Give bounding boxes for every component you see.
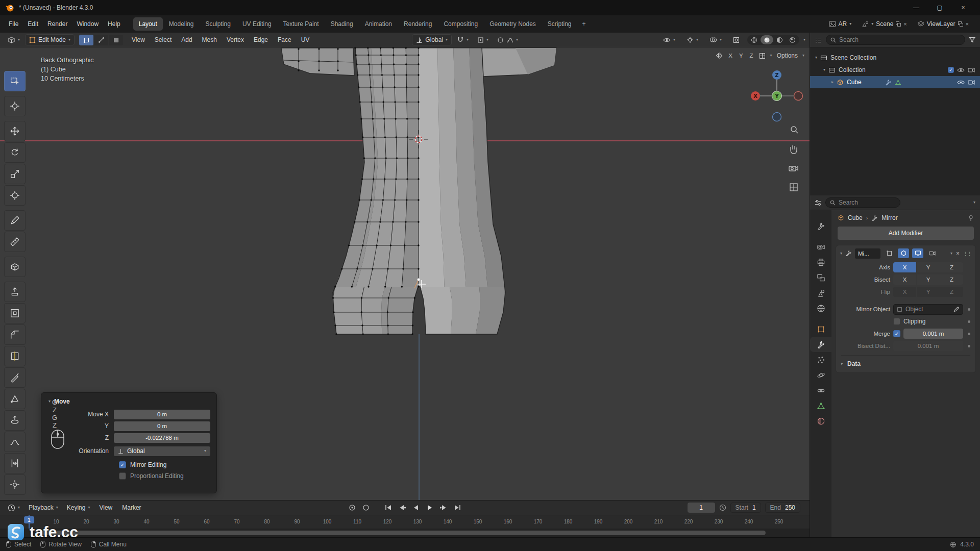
mirror-editing-checkbox[interactable]: ✓ (119, 461, 126, 468)
tool-smooth[interactable] (4, 432, 26, 452)
merge-checkbox[interactable]: ✓ (893, 330, 900, 337)
tool-mirror-x-toggle[interactable]: X (727, 53, 733, 59)
bisect-distance-field[interactable]: 0.001 m (893, 341, 963, 351)
scene-browser-value[interactable]: AR (839, 20, 847, 28)
timeline-editor-type-button[interactable]: ▾ (4, 503, 23, 513)
outliner-row-scene-collection[interactable]: ▾ Scene Collection (810, 52, 980, 64)
tool-knife[interactable] (4, 367, 26, 388)
menu-select[interactable]: Select (151, 34, 176, 45)
menu-timeline-view[interactable]: View (95, 502, 116, 513)
add-workspace-button[interactable]: + (578, 18, 591, 30)
menu-vertex[interactable]: Vertex (223, 34, 248, 45)
tool-extrude-region[interactable] (4, 282, 26, 302)
move-x-field[interactable]: 0 m (114, 410, 210, 419)
face-select-button[interactable] (109, 35, 123, 45)
tool-spin[interactable] (4, 410, 26, 431)
tool-cursor[interactable] (4, 96, 26, 116)
chevron-down-icon[interactable]: ▾ (973, 201, 975, 205)
jump-to-end-button[interactable] (452, 503, 462, 513)
timeline-scrollbar[interactable] (0, 529, 810, 537)
tab-sculpting[interactable]: Sculpting (200, 17, 236, 31)
move-y-field[interactable]: 0 m (114, 421, 210, 431)
show-gizmo-dropdown[interactable]: ▾ (683, 35, 702, 45)
jump-to-start-button[interactable] (383, 503, 394, 513)
merge-value-field[interactable]: 0.001 m (903, 329, 963, 339)
chevron-down-icon[interactable]: ▾ (871, 22, 873, 26)
play-reverse-button[interactable] (411, 503, 421, 513)
tool-select-box[interactable] (4, 71, 26, 91)
new-scene-icon[interactable] (896, 21, 901, 27)
properties-tab-modifiers[interactable] (810, 337, 831, 352)
properties-tab-output[interactable] (810, 255, 831, 270)
tab-animation[interactable]: Animation (359, 17, 398, 31)
viewport-3d[interactable]: XZY Back Orthographic (1) Cube 10 Centim… (0, 47, 810, 500)
display-on-cage-toggle[interactable] (884, 248, 895, 258)
bisect-x-button[interactable]: X (893, 274, 916, 285)
shading-wireframe-button[interactable] (748, 35, 761, 44)
chevron-down-icon[interactable]: ▾ (802, 54, 804, 58)
properties-tab-data[interactable] (810, 398, 831, 413)
tool-mirror-y-toggle[interactable]: Y (738, 53, 744, 59)
unlink-scene-icon[interactable]: × (903, 21, 906, 27)
tab-texture-paint[interactable]: Texture Paint (278, 17, 325, 31)
display-realtime-toggle[interactable] (912, 248, 923, 258)
close-button[interactable]: × (951, 0, 975, 15)
properties-tab-object[interactable] (810, 321, 831, 337)
outliner-search-input[interactable]: Search (826, 35, 965, 45)
hide-eye-icon[interactable] (957, 80, 965, 85)
collapse-icon[interactable]: ▾ (48, 399, 51, 404)
new-viewlayer-icon[interactable] (958, 21, 963, 27)
menu-window[interactable]: Window (72, 18, 103, 30)
operator-panel[interactable]: ▾Move Move X 0 m Y 0 m Z -0.022788 m Ori… (41, 392, 217, 493)
clipping-checkbox[interactable] (893, 318, 900, 325)
scene-name[interactable]: Scene (876, 20, 893, 28)
tab-scripting[interactable]: Scripting (542, 17, 577, 31)
bisect-z-button[interactable]: Z (940, 274, 963, 285)
proportional-editing-button[interactable]: ▾ (494, 35, 522, 45)
chevron-down-icon[interactable]: ▾ (770, 54, 772, 58)
expand-icon[interactable]: ▾ (815, 56, 817, 60)
properties-tab-scene[interactable] (810, 285, 831, 300)
remove-viewlayer-icon[interactable]: × (966, 21, 969, 27)
modifier-extras-dropdown[interactable]: ▾ (950, 252, 952, 256)
chevron-down-icon[interactable]: ▾ (467, 38, 469, 42)
move-z-field[interactable]: -0.022788 m (114, 433, 210, 443)
orientation-select[interactable]: Global▾ (114, 446, 210, 456)
bisect-y-button[interactable]: Y (917, 274, 940, 285)
tool-transform[interactable] (4, 185, 26, 206)
menu-file[interactable]: File (4, 18, 23, 30)
outliner-row-collection[interactable]: ▾ Collection ✓ (810, 64, 980, 76)
tool-add-cube[interactable] (4, 257, 26, 277)
tool-measure[interactable] (4, 232, 26, 252)
start-frame-field[interactable]: Start1 (730, 503, 761, 513)
breadcrumb-modifier[interactable]: Mirror (881, 214, 897, 221)
drag-handle-icon[interactable]: ⋮⋮ (963, 251, 971, 256)
end-frame-field[interactable]: End250 (765, 503, 800, 513)
prev-keyframe-button[interactable] (397, 503, 407, 513)
vertex-select-button[interactable] (79, 35, 93, 45)
tab-geometry-nodes[interactable]: Geometry Nodes (484, 17, 542, 31)
filter-icon[interactable] (969, 37, 975, 43)
tool-bevel[interactable] (4, 324, 26, 345)
outliner-editor-icon[interactable] (815, 37, 822, 43)
pin-icon[interactable] (968, 215, 974, 221)
properties-search-input[interactable]: Search (825, 197, 900, 208)
axis-y-button[interactable]: Y (917, 262, 940, 272)
properties-tab-material[interactable] (810, 413, 831, 429)
next-keyframe-button[interactable] (438, 503, 449, 513)
tab-rendering[interactable]: Rendering (398, 17, 437, 31)
properties-tab-tool[interactable] (810, 218, 831, 234)
tool-rotate[interactable] (4, 142, 26, 163)
scrollbar-thumb[interactable] (41, 531, 766, 535)
viewlayer-name[interactable]: ViewLayer (927, 20, 955, 28)
properties-tab-constraints[interactable] (810, 383, 831, 398)
tool-inset-faces[interactable] (4, 303, 26, 323)
proportional-editing-checkbox[interactable] (119, 472, 126, 480)
tool-move[interactable] (4, 121, 26, 141)
menu-edit[interactable]: Edit (23, 18, 43, 30)
remove-modifier-button[interactable]: × (956, 250, 960, 257)
tab-modeling[interactable]: Modeling (163, 17, 200, 31)
tool-annotate[interactable] (4, 210, 26, 231)
mode-dropdown[interactable]: Edit Mode▾ (25, 34, 75, 45)
orientation-dropdown[interactable]: Global▾ (412, 34, 452, 45)
